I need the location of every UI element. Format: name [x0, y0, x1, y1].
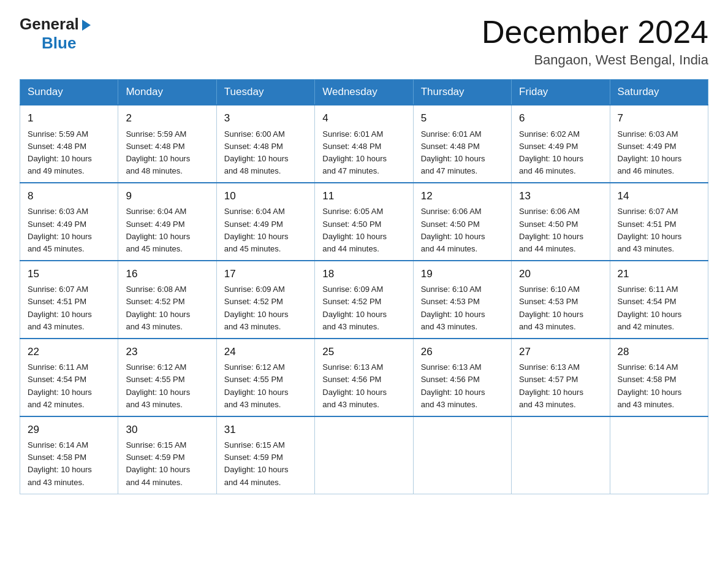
day-cell: 16Sunrise: 6:08 AM Sunset: 4:52 PM Dayli… — [118, 261, 216, 339]
day-cell: 9Sunrise: 6:04 AM Sunset: 4:49 PM Daylig… — [118, 183, 216, 261]
week-row-2: 8Sunrise: 6:03 AM Sunset: 4:49 PM Daylig… — [20, 183, 708, 261]
week-row-5: 29Sunrise: 6:14 AM Sunset: 4:58 PM Dayli… — [20, 416, 708, 494]
header-row: SundayMondayTuesdayWednesdayThursdayFrid… — [20, 80, 708, 105]
day-number: 4 — [322, 110, 406, 126]
day-info: Sunrise: 6:02 AM Sunset: 4:49 PM Dayligh… — [519, 128, 603, 178]
day-cell: 2Sunrise: 5:59 AM Sunset: 4:48 PM Daylig… — [118, 105, 216, 183]
day-info: Sunrise: 5:59 AM Sunset: 4:48 PM Dayligh… — [126, 128, 210, 178]
col-header-wednesday: Wednesday — [315, 80, 413, 105]
day-cell: 6Sunrise: 6:02 AM Sunset: 4:49 PM Daylig… — [512, 105, 610, 183]
day-number: 16 — [126, 266, 210, 282]
day-cell: 17Sunrise: 6:09 AM Sunset: 4:52 PM Dayli… — [216, 261, 314, 339]
day-number: 26 — [421, 344, 505, 360]
day-info: Sunrise: 6:10 AM Sunset: 4:53 PM Dayligh… — [421, 283, 505, 333]
day-number: 8 — [28, 188, 112, 204]
day-info: Sunrise: 6:09 AM Sunset: 4:52 PM Dayligh… — [322, 283, 406, 333]
day-number: 28 — [618, 344, 702, 360]
day-info: Sunrise: 6:11 AM Sunset: 4:54 PM Dayligh… — [618, 283, 702, 333]
day-number: 18 — [322, 266, 406, 282]
day-cell: 8Sunrise: 6:03 AM Sunset: 4:49 PM Daylig… — [20, 183, 118, 261]
col-header-tuesday: Tuesday — [216, 80, 314, 105]
day-info: Sunrise: 6:04 AM Sunset: 4:49 PM Dayligh… — [224, 205, 308, 255]
logo-general-text: General — [20, 15, 79, 34]
day-cell: 13Sunrise: 6:06 AM Sunset: 4:50 PM Dayli… — [512, 183, 610, 261]
day-info: Sunrise: 6:12 AM Sunset: 4:55 PM Dayligh… — [126, 361, 210, 411]
day-info: Sunrise: 6:12 AM Sunset: 4:55 PM Dayligh… — [224, 361, 308, 411]
logo-blue-text: Blue — [42, 34, 76, 53]
day-number: 10 — [224, 188, 308, 204]
day-number: 22 — [28, 344, 112, 360]
day-info: Sunrise: 6:14 AM Sunset: 4:58 PM Dayligh… — [618, 361, 702, 411]
day-cell: 25Sunrise: 6:13 AM Sunset: 4:56 PM Dayli… — [315, 339, 413, 416]
day-cell — [413, 416, 511, 494]
day-number: 12 — [421, 188, 505, 204]
day-number: 19 — [421, 266, 505, 282]
col-header-monday: Monday — [118, 80, 216, 105]
day-cell: 19Sunrise: 6:10 AM Sunset: 4:53 PM Dayli… — [413, 261, 511, 339]
day-info: Sunrise: 6:15 AM Sunset: 4:59 PM Dayligh… — [126, 439, 210, 489]
day-number: 6 — [519, 110, 603, 126]
day-number: 25 — [322, 344, 406, 360]
col-header-sunday: Sunday — [20, 80, 118, 105]
day-info: Sunrise: 6:13 AM Sunset: 4:56 PM Dayligh… — [421, 361, 505, 411]
day-cell: 4Sunrise: 6:01 AM Sunset: 4:48 PM Daylig… — [315, 105, 413, 183]
day-number: 29 — [28, 422, 112, 438]
day-cell: 21Sunrise: 6:11 AM Sunset: 4:54 PM Dayli… — [610, 261, 708, 339]
day-info: Sunrise: 6:14 AM Sunset: 4:58 PM Dayligh… — [28, 439, 112, 489]
day-number: 13 — [519, 188, 603, 204]
day-cell: 27Sunrise: 6:13 AM Sunset: 4:57 PM Dayli… — [512, 339, 610, 416]
week-row-4: 22Sunrise: 6:11 AM Sunset: 4:54 PM Dayli… — [20, 339, 708, 416]
day-cell: 30Sunrise: 6:15 AM Sunset: 4:59 PM Dayli… — [118, 416, 216, 494]
day-cell: 1Sunrise: 5:59 AM Sunset: 4:48 PM Daylig… — [20, 105, 118, 183]
day-info: Sunrise: 6:15 AM Sunset: 4:59 PM Dayligh… — [224, 439, 308, 489]
month-title: December 2024 — [482, 15, 708, 50]
day-info: Sunrise: 6:01 AM Sunset: 4:48 PM Dayligh… — [421, 128, 505, 178]
day-info: Sunrise: 6:07 AM Sunset: 4:51 PM Dayligh… — [28, 283, 112, 333]
day-cell: 20Sunrise: 6:10 AM Sunset: 4:53 PM Dayli… — [512, 261, 610, 339]
logo-triangle-icon — [82, 20, 91, 31]
day-info: Sunrise: 6:03 AM Sunset: 4:49 PM Dayligh… — [618, 128, 702, 178]
day-cell — [315, 416, 413, 494]
day-info: Sunrise: 6:13 AM Sunset: 4:57 PM Dayligh… — [519, 361, 603, 411]
day-cell: 31Sunrise: 6:15 AM Sunset: 4:59 PM Dayli… — [216, 416, 314, 494]
day-cell: 14Sunrise: 6:07 AM Sunset: 4:51 PM Dayli… — [610, 183, 708, 261]
day-number: 21 — [618, 266, 702, 282]
day-number: 17 — [224, 266, 308, 282]
day-number: 23 — [126, 344, 210, 360]
day-number: 20 — [519, 266, 603, 282]
day-number: 27 — [519, 344, 603, 360]
day-number: 31 — [224, 422, 308, 438]
day-info: Sunrise: 6:08 AM Sunset: 4:52 PM Dayligh… — [126, 283, 210, 333]
day-cell — [610, 416, 708, 494]
day-info: Sunrise: 6:04 AM Sunset: 4:49 PM Dayligh… — [126, 205, 210, 255]
day-number: 11 — [322, 188, 406, 204]
day-cell: 22Sunrise: 6:11 AM Sunset: 4:54 PM Dayli… — [20, 339, 118, 416]
day-number: 1 — [28, 110, 112, 126]
col-header-saturday: Saturday — [610, 80, 708, 105]
week-row-3: 15Sunrise: 6:07 AM Sunset: 4:51 PM Dayli… — [20, 261, 708, 339]
day-number: 14 — [618, 188, 702, 204]
day-number: 9 — [126, 188, 210, 204]
day-cell: 29Sunrise: 6:14 AM Sunset: 4:58 PM Dayli… — [20, 416, 118, 494]
day-number: 24 — [224, 344, 308, 360]
day-info: Sunrise: 6:00 AM Sunset: 4:48 PM Dayligh… — [224, 128, 308, 178]
logo: General Blue — [20, 15, 91, 53]
calendar-table: SundayMondayTuesdayWednesdayThursdayFrid… — [20, 79, 708, 494]
day-cell: 10Sunrise: 6:04 AM Sunset: 4:49 PM Dayli… — [216, 183, 314, 261]
day-cell: 12Sunrise: 6:06 AM Sunset: 4:50 PM Dayli… — [413, 183, 511, 261]
day-info: Sunrise: 6:06 AM Sunset: 4:50 PM Dayligh… — [421, 205, 505, 255]
day-cell: 5Sunrise: 6:01 AM Sunset: 4:48 PM Daylig… — [413, 105, 511, 183]
day-cell: 3Sunrise: 6:00 AM Sunset: 4:48 PM Daylig… — [216, 105, 314, 183]
logo-top: General — [20, 15, 91, 34]
col-header-thursday: Thursday — [413, 80, 511, 105]
day-info: Sunrise: 6:03 AM Sunset: 4:49 PM Dayligh… — [28, 205, 112, 255]
day-cell: 28Sunrise: 6:14 AM Sunset: 4:58 PM Dayli… — [610, 339, 708, 416]
day-info: Sunrise: 6:01 AM Sunset: 4:48 PM Dayligh… — [322, 128, 406, 178]
day-cell: 11Sunrise: 6:05 AM Sunset: 4:50 PM Dayli… — [315, 183, 413, 261]
day-number: 2 — [126, 110, 210, 126]
day-info: Sunrise: 6:07 AM Sunset: 4:51 PM Dayligh… — [618, 205, 702, 255]
day-cell: 15Sunrise: 6:07 AM Sunset: 4:51 PM Dayli… — [20, 261, 118, 339]
day-number: 5 — [421, 110, 505, 126]
day-cell: 24Sunrise: 6:12 AM Sunset: 4:55 PM Dayli… — [216, 339, 314, 416]
day-info: Sunrise: 6:09 AM Sunset: 4:52 PM Dayligh… — [224, 283, 308, 333]
